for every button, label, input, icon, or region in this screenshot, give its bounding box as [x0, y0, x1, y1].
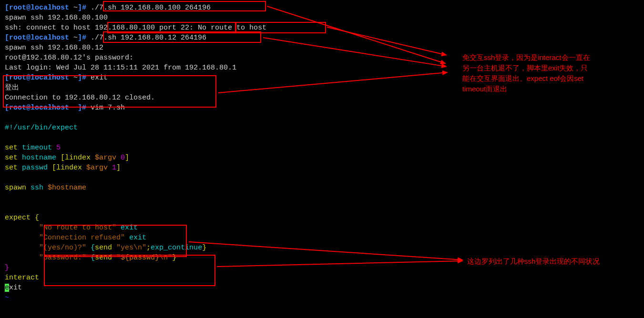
set-timeout: set timeout 5: [5, 143, 639, 153]
terminal-output[interactable]: [root@localhost ~]# ./7.sh 192.168.80.10…: [0, 0, 644, 318]
blank-line: [5, 193, 639, 203]
interact-cmd: interact: [5, 273, 639, 283]
vim-tilde: ~: [5, 293, 639, 303]
connection-closed: Connection to 192.168.80.12 closed.: [5, 93, 639, 103]
expect-refused: "Connection refused" exit: [5, 233, 639, 243]
set-hostname: set hostname [lindex $argv 0]: [5, 153, 639, 163]
expect-yesno: "(yes/no)?" {send "yes\n";exp_continue}: [5, 243, 639, 253]
exit-with-cursor: exit: [5, 283, 639, 293]
spawn-2: spawn ssh 192.168.80.12: [5, 43, 639, 53]
spawn-ssh: spawn ssh $hostname: [5, 183, 639, 193]
expect-noroute: "No route to host" exit: [5, 223, 639, 233]
spawn-1: spawn ssh 192.168.80.100: [5, 13, 639, 23]
annotation-bottom: 这边罗列出了几种ssh登录出现的不同状况: [467, 256, 600, 267]
blank-line: [5, 173, 639, 183]
annotation-top: 免交互ssh登录，因为是interact会一直在 另一台主机退不了，脚本里exi…: [462, 52, 590, 94]
expect-open: expect {: [5, 213, 639, 223]
terminal-cursor: e: [5, 284, 9, 292]
cmd-line-2: [root@localhost ~]# ./7.sh 192.168.80.12…: [5, 33, 639, 43]
cmd-vim: [root@localhost ~]# vim 7.sh: [5, 103, 639, 113]
cmd-line-1: [root@localhost ~]# ./7.sh 192.168.80.10…: [5, 3, 639, 13]
ssh-error-1: ssh: connect to host 192.168.80.100 port…: [5, 23, 639, 33]
blank-line: [5, 113, 639, 123]
script-shebang: #!/usr/bin/expect: [5, 123, 639, 133]
blank-line: [5, 133, 639, 143]
set-passwd: set passwd [lindex $argv 1]: [5, 163, 639, 173]
blank-line: [5, 203, 639, 213]
